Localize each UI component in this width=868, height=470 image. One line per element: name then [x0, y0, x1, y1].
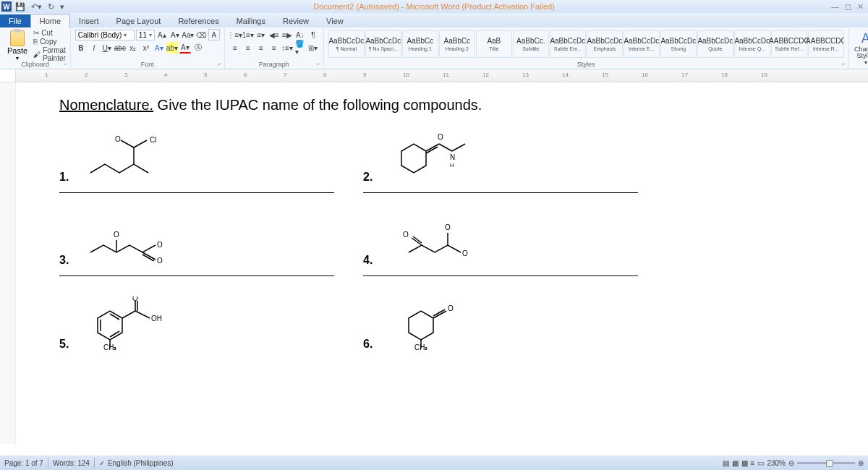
superscript-button[interactable]: x² — [140, 42, 152, 54]
tab-review[interactable]: Review — [274, 14, 318, 27]
view-web-icon[interactable]: ▩ — [741, 459, 748, 467]
svg-text:O: O — [115, 135, 121, 143]
tab-insert[interactable]: Insert — [70, 14, 108, 27]
svg-text:O: O — [448, 304, 454, 312]
save-icon[interactable]: 💾 — [13, 2, 27, 12]
align-left-icon[interactable]: ≡ — [229, 42, 241, 54]
style-item[interactable]: AABBCCDCIntense R... — [808, 30, 844, 58]
tab-references[interactable]: References — [169, 14, 227, 27]
change-styles-icon: A — [861, 31, 868, 46]
grow-font-icon[interactable]: A▴ — [156, 29, 168, 40]
font-size-combo[interactable]: 11 — [136, 30, 155, 40]
tab-home[interactable]: Home — [30, 14, 70, 27]
style-item[interactable]: AABBCCDCSubtle Ref... — [771, 30, 807, 58]
spellcheck-icon[interactable]: ✓ — [99, 459, 105, 467]
change-case-icon[interactable]: Aa▾ — [182, 29, 194, 40]
style-item[interactable]: AaBbCcDcIntense E... — [624, 30, 660, 58]
zoom-slider[interactable] — [797, 462, 855, 464]
compound-num: 6. — [363, 338, 373, 351]
style-item[interactable]: AaBbCc.Subtitle — [513, 30, 549, 58]
justify-icon[interactable]: ≡ — [268, 42, 280, 54]
status-language[interactable]: English (Philippines) — [108, 459, 174, 467]
style-item[interactable]: AaBbCcDc¶ No Spaci... — [365, 30, 401, 58]
view-print-icon[interactable]: ▤ — [723, 459, 729, 467]
copy-button[interactable]: ⎘Copy — [33, 38, 66, 46]
char-border-icon[interactable]: A — [208, 29, 220, 40]
font-color-icon[interactable]: A▾ — [179, 42, 191, 54]
compound-num: 1. — [59, 171, 69, 184]
bold-button[interactable]: B — [75, 42, 87, 54]
svg-text:O: O — [445, 223, 451, 231]
maximize-icon[interactable]: ◻ — [845, 2, 851, 12]
text-effects-icon[interactable]: A▾ — [153, 42, 165, 54]
numbering-icon[interactable]: 1≡▾ — [242, 29, 254, 40]
style-item[interactable]: AaBbCcDcQuote — [697, 30, 733, 58]
line-spacing-icon[interactable]: ↕≡▾ — [281, 42, 293, 54]
multilevel-icon[interactable]: ≡▾ — [255, 29, 267, 40]
svg-text:O: O — [462, 249, 468, 257]
compound-num: 2. — [363, 171, 373, 184]
align-right-icon[interactable]: ≡ — [255, 42, 267, 54]
view-full-icon[interactable]: ▦ — [732, 459, 739, 467]
svg-text:OH: OH — [151, 315, 162, 322]
svg-text:H: H — [450, 162, 454, 168]
structure-4: OOO — [387, 213, 488, 267]
brush-icon: 🖌 — [33, 51, 41, 59]
shrink-font-icon[interactable]: A▾ — [169, 29, 181, 40]
style-item[interactable]: AaBbCcHeading 2 — [439, 30, 475, 58]
view-outline-icon[interactable]: ≡ — [751, 459, 755, 467]
status-words[interactable]: Words: 124 — [53, 459, 90, 467]
style-item[interactable]: AaBbCcDc¶ Normal — [328, 30, 365, 58]
clear-format-icon[interactable]: ⌫ — [195, 29, 207, 40]
sort-icon[interactable]: A↓ — [294, 29, 306, 40]
style-item[interactable]: AaBbCcDcStrong — [660, 30, 697, 58]
qat-more-icon[interactable]: ▾ — [58, 2, 67, 12]
change-styles-button[interactable]: A Change Styles ▾ — [854, 31, 868, 66]
undo-icon[interactable]: ↶▾ — [29, 2, 44, 12]
format-painter-button[interactable]: 🖌Format Painter — [33, 46, 66, 62]
status-page[interactable]: Page: 1 of 7 — [4, 459, 43, 467]
tab-mailings[interactable]: Mailings — [228, 14, 274, 27]
highlight-icon[interactable]: ab▾ — [166, 42, 178, 54]
style-item[interactable]: AaBbCcDcIntense Q... — [734, 30, 770, 58]
paste-label: Paste — [7, 46, 27, 55]
svg-text:CH₃: CH₃ — [414, 343, 427, 351]
zoom-level[interactable]: 230% — [767, 459, 786, 467]
svg-text:O: O — [157, 241, 163, 249]
borders-icon[interactable]: ⊞▾ — [307, 42, 319, 54]
redo-icon[interactable]: ↻ — [46, 2, 56, 12]
structure-2: ONH — [387, 129, 488, 184]
zoom-in-icon[interactable]: ⊕ — [858, 459, 864, 467]
dec-indent-icon[interactable]: ◀≡ — [268, 29, 280, 40]
font-name-combo[interactable]: Calibri (Body) — [75, 30, 135, 40]
align-center-icon[interactable]: ≡ — [242, 42, 254, 54]
inc-indent-icon[interactable]: ≡▶ — [281, 29, 293, 40]
cut-button[interactable]: ✂Cut — [33, 29, 66, 37]
horizontal-ruler[interactable]: 12345678910111213141516171819 — [16, 69, 868, 82]
italic-button[interactable]: I — [88, 42, 100, 54]
style-item[interactable]: AaBTitle — [476, 30, 512, 58]
close-icon[interactable]: ✕ — [857, 2, 864, 12]
vertical-ruler[interactable] — [0, 82, 16, 444]
tab-view[interactable]: View — [318, 14, 352, 27]
svg-text:Cl: Cl — [150, 136, 156, 144]
strike-button[interactable]: abc — [114, 42, 126, 54]
style-item[interactable]: AaBbCcDcSubtle Em... — [550, 30, 586, 58]
bullets-icon[interactable]: ⋮≡▾ — [229, 29, 241, 40]
styles-gallery[interactable]: AaBbCcDc¶ NormalAaBbCcDc¶ No Spaci...AaB… — [328, 29, 844, 59]
style-item[interactable]: AaBbCcDcEmphasis — [587, 30, 623, 58]
view-draft-icon[interactable]: ▭ — [757, 459, 764, 467]
style-item[interactable]: AaBbCcHeading 1 — [402, 30, 438, 58]
underline-button[interactable]: U▾ — [101, 42, 113, 54]
enclose-icon[interactable]: Ⓐ — [192, 42, 204, 54]
show-marks-icon[interactable]: ¶ — [307, 29, 319, 40]
tab-page-layout[interactable]: Page Layout — [108, 14, 170, 27]
tab-file[interactable]: File — [0, 14, 30, 27]
minimize-icon[interactable]: — — [831, 2, 839, 12]
doc-prompt: Give the IUPAC name of the following com… — [153, 97, 482, 113]
subscript-button[interactable]: x₂ — [127, 42, 139, 54]
zoom-out-icon[interactable]: ⊖ — [788, 459, 794, 467]
shading-icon[interactable]: 🪣▾ — [294, 42, 306, 54]
svg-text:O: O — [438, 133, 443, 141]
scissors-icon: ✂ — [33, 29, 39, 37]
